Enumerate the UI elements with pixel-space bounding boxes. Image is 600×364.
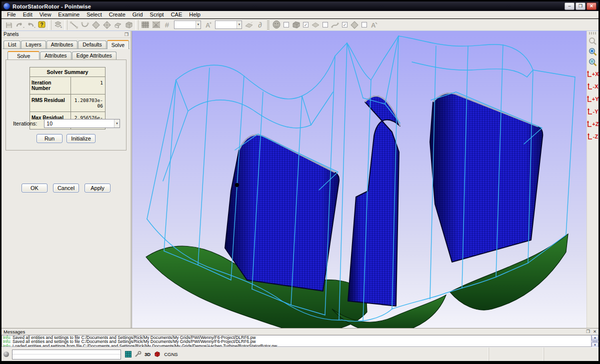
panels-float-icon[interactable]: ❐ [124,32,128,37]
chevron-down-icon[interactable]: ▼ [236,21,242,28]
menu-bar: File Edit View Examine Select Create Gri… [2,11,598,18]
messages-header: Messages ❐ ✕ [2,328,598,335]
tab-list[interactable]: List [4,40,20,48]
tab-attributes[interactable]: Attributes [46,40,78,48]
anchor-point [235,183,239,187]
view-minus-z-button[interactable]: -Z [587,130,599,142]
run-button[interactable]: Run [36,134,62,143]
hash-dimension-icon[interactable]: # [162,20,172,30]
axis-label: +Y [592,96,599,102]
menu-edit[interactable]: Edit [20,11,36,18]
view-minus-y-button[interactable]: -Y [587,105,599,118]
delta-spacing-icon[interactable]: A [202,20,214,30]
row-value: 1 [71,77,105,94]
chevron-down-icon[interactable]: ▼ [114,120,120,128]
zoom-fit-icon[interactable] [588,46,598,57]
menu-script[interactable]: Script [146,11,168,18]
view-minus-x-button[interactable]: -X [587,80,599,92]
cae-solver-icon[interactable] [154,351,161,358]
messages-log[interactable]: Info: Saved all entities and settings to… [2,335,598,347]
menu-help[interactable]: Help [186,11,204,18]
subtab-attributes[interactable]: Attributes [40,52,71,60]
menu-file[interactable]: File [4,11,20,18]
database-mask-icon[interactable] [271,20,282,30]
scroll-thumb[interactable] [592,341,598,342]
messages-close-icon[interactable]: ✕ [593,329,596,334]
svg-text:A: A [371,22,376,29]
block-icon[interactable] [124,20,134,30]
link-tool-icon[interactable] [134,351,142,358]
spacing-constraint-icon[interactable]: A [368,20,380,30]
subtab-edge-attributes[interactable]: Edge Attributes [72,52,116,60]
initialize-button[interactable]: Initialize [66,134,96,143]
minimize-button[interactable]: – [564,2,574,10]
layer-stack-icon[interactable]: + [52,20,64,30]
view-plus-y-button[interactable]: +Y [587,92,599,105]
domain-diamond-icon[interactable] [349,20,360,30]
block-visibility-checkbox[interactable]: ✓ [303,22,308,28]
status-indicator-icon [4,352,9,357]
grid-unstructured-icon[interactable] [150,20,162,30]
iterations-combo[interactable]: 10 ▼ [44,119,120,128]
view-plus-x-button[interactable]: +X [587,68,599,80]
spacing-visibility-checkbox[interactable] [362,22,367,28]
menu-cae[interactable]: CAE [168,11,186,18]
grid-structured-icon[interactable] [140,20,150,30]
save-icon[interactable] [4,20,14,30]
tab-layers[interactable]: Layers [21,40,46,48]
menu-select[interactable]: Select [83,11,106,18]
curve-icon[interactable] [80,20,90,30]
domain-flat-icon[interactable] [310,20,321,30]
block-shaded-icon[interactable] [290,20,302,30]
toolbar-grip[interactable] [267,20,270,30]
surface-fit-icon[interactable] [244,20,254,30]
chevron-down-icon[interactable]: ▼ [196,21,200,28]
ok-button[interactable]: OK [22,184,48,192]
spacing-combo[interactable]: ▼ [215,20,242,29]
close-button[interactable]: ✕ [586,2,596,10]
view-plus-z-button[interactable]: +Z [587,118,599,130]
solve-subtabs: Solve Attributes Edge Attributes [2,49,130,60]
redo-icon[interactable] [26,20,36,30]
extrude-face-icon[interactable] [112,20,124,30]
menu-view[interactable]: View [36,11,55,18]
menu-grid[interactable]: Grid [129,11,146,18]
view-toolbar: +X -X +Y -Y +Z -Z [586,31,598,328]
connector-curve-icon[interactable] [330,20,340,30]
cancel-button[interactable]: Cancel [53,184,79,192]
connector-icon[interactable] [68,20,80,30]
apply-button[interactable]: Apply [84,184,110,192]
connector-visibility-checkbox[interactable]: ✓ [342,22,348,28]
display-viewport[interactable] [132,31,586,328]
app-icon [4,3,10,10]
partial-derivative-icon[interactable]: ∂ [254,20,266,30]
tab-solve[interactable]: Solve [107,40,129,49]
menu-examine[interactable]: Examine [54,11,83,18]
restore-button[interactable]: ❐ [576,2,586,10]
database-visibility-checkbox[interactable] [284,22,289,28]
toolbar-separator [64,20,68,30]
zoom-disabled-icon[interactable] [588,36,598,46]
help-icon[interactable]: ? [36,20,48,30]
grid-mode-icon[interactable] [125,351,132,358]
dimension-combo-value [174,21,196,28]
domain-structured-icon[interactable] [90,20,102,30]
dimension-combo[interactable]: ▼ [174,20,201,29]
cae-solver-label[interactable]: CGNS [164,352,178,357]
zoom-level-icon[interactable] [588,57,598,68]
tab-defaults[interactable]: Defaults [78,40,106,48]
scroll-up-icon[interactable]: ▲ [592,335,598,340]
axis-label: -X [593,84,598,90]
status-cell [544,348,598,361]
toolbar-grip[interactable] [589,32,597,34]
subtab-solve[interactable]: Solve [8,51,40,60]
messages-float-icon[interactable]: ❐ [586,329,590,334]
domain-visibility-checkbox[interactable] [322,22,328,28]
row-label: RMS Residual [30,94,71,112]
domain-unstructured-icon[interactable] [102,20,112,30]
status-cell [488,348,544,361]
menu-create[interactable]: Create [106,11,129,18]
dimension-mode-label[interactable]: 3D [144,352,150,357]
undo-icon[interactable] [14,20,26,30]
messages-scrollbar[interactable]: ▲ ▼ [591,335,598,347]
